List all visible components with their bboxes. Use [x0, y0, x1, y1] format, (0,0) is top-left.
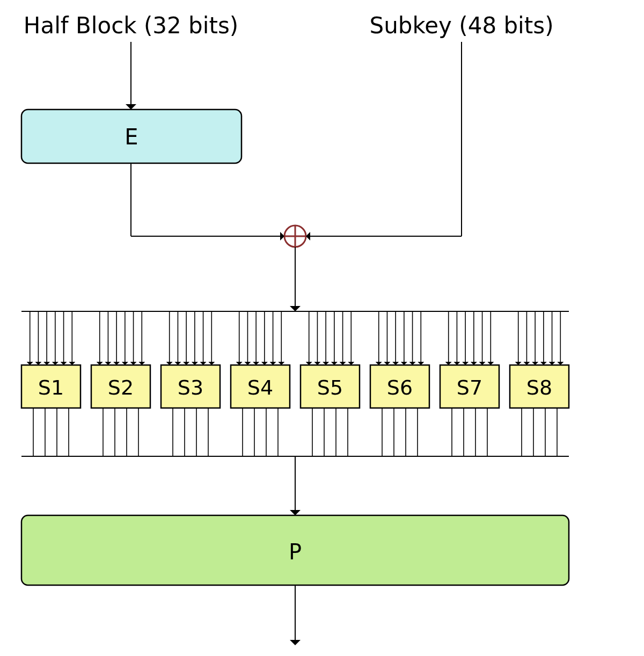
subkey-label: Subkey (48 bits) [369, 12, 553, 39]
sbox-8-label: S8 [526, 376, 552, 399]
half-block-label: Half Block (32 bits) [24, 12, 238, 39]
sbox-1-label: S1 [38, 376, 64, 399]
svg-marker-11 [290, 306, 301, 311]
svg-marker-143 [290, 510, 301, 515]
svg-marker-6 [280, 232, 284, 240]
sbox-3-label: S3 [178, 376, 203, 399]
svg-marker-9 [306, 232, 310, 240]
sbox-4-label: S4 [247, 376, 273, 399]
sbox-7-label: S7 [457, 376, 482, 399]
sbox-2-label: S2 [108, 376, 134, 399]
sbox-5-label: S5 [317, 376, 343, 399]
svg-marker-1 [126, 104, 136, 110]
permutation-label: P [289, 540, 302, 564]
sbox-6-label: S6 [387, 376, 413, 399]
expansion-label: E [125, 125, 138, 149]
svg-marker-145 [290, 640, 301, 645]
